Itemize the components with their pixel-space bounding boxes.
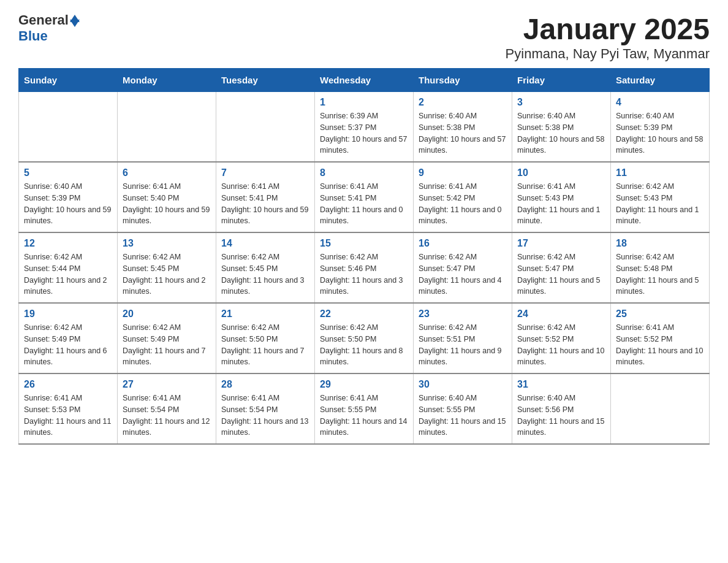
day-info: Sunrise: 6:40 AM Sunset: 5:38 PM Dayligh… <box>419 110 507 156</box>
calendar-day-header: Sunday <box>19 69 118 92</box>
day-info: Sunrise: 6:41 AM Sunset: 5:40 PM Dayligh… <box>123 181 211 227</box>
day-number: 26 <box>24 379 112 390</box>
calendar-day-header: Monday <box>118 69 216 92</box>
day-info: Sunrise: 6:42 AM Sunset: 5:48 PM Dayligh… <box>616 251 704 297</box>
calendar-cell: 29Sunrise: 6:41 AM Sunset: 5:55 PM Dayli… <box>315 373 414 444</box>
calendar-cell: 5Sunrise: 6:40 AM Sunset: 5:39 PM Daylig… <box>19 162 118 232</box>
calendar-cell: 28Sunrise: 6:41 AM Sunset: 5:54 PM Dayli… <box>216 373 315 444</box>
calendar-cell: 8Sunrise: 6:41 AM Sunset: 5:41 PM Daylig… <box>315 162 414 232</box>
day-number: 18 <box>616 238 704 249</box>
day-info: Sunrise: 6:42 AM Sunset: 5:43 PM Dayligh… <box>616 181 704 227</box>
day-info: Sunrise: 6:42 AM Sunset: 5:45 PM Dayligh… <box>123 251 211 297</box>
calendar-cell: 6Sunrise: 6:41 AM Sunset: 5:40 PM Daylig… <box>118 162 216 232</box>
calendar-cell <box>611 373 710 444</box>
day-info: Sunrise: 6:41 AM Sunset: 5:52 PM Dayligh… <box>616 322 704 368</box>
day-number: 13 <box>123 238 211 249</box>
day-info: Sunrise: 6:42 AM Sunset: 5:46 PM Dayligh… <box>320 251 408 297</box>
calendar-cell: 17Sunrise: 6:42 AM Sunset: 5:47 PM Dayli… <box>512 232 611 303</box>
day-info: Sunrise: 6:42 AM Sunset: 5:50 PM Dayligh… <box>221 322 309 368</box>
day-info: Sunrise: 6:42 AM Sunset: 5:51 PM Dayligh… <box>419 322 507 368</box>
day-number: 17 <box>517 238 605 249</box>
calendar-cell: 13Sunrise: 6:42 AM Sunset: 5:45 PM Dayli… <box>118 232 216 303</box>
day-info: Sunrise: 6:42 AM Sunset: 5:45 PM Dayligh… <box>221 251 309 297</box>
calendar-week-row: 12Sunrise: 6:42 AM Sunset: 5:44 PM Dayli… <box>19 232 710 303</box>
calendar-cell: 21Sunrise: 6:42 AM Sunset: 5:50 PM Dayli… <box>216 303 315 373</box>
day-number: 7 <box>221 167 309 178</box>
day-number: 28 <box>221 379 309 390</box>
calendar-cell: 11Sunrise: 6:42 AM Sunset: 5:43 PM Dayli… <box>611 162 710 232</box>
day-number: 31 <box>517 379 605 390</box>
calendar-week-row: 19Sunrise: 6:42 AM Sunset: 5:49 PM Dayli… <box>19 303 710 373</box>
day-number: 25 <box>616 308 704 320</box>
calendar-cell: 31Sunrise: 6:40 AM Sunset: 5:56 PM Dayli… <box>512 373 611 444</box>
calendar-cell: 18Sunrise: 6:42 AM Sunset: 5:48 PM Dayli… <box>611 232 710 303</box>
day-info: Sunrise: 6:40 AM Sunset: 5:38 PM Dayligh… <box>517 110 605 156</box>
calendar-cell: 22Sunrise: 6:42 AM Sunset: 5:50 PM Dayli… <box>315 303 414 373</box>
day-number: 8 <box>320 167 408 178</box>
day-number: 10 <box>517 167 605 178</box>
day-number: 22 <box>320 308 408 320</box>
day-number: 21 <box>221 308 309 320</box>
day-info: Sunrise: 6:41 AM Sunset: 5:41 PM Dayligh… <box>221 181 309 227</box>
logo: General Blue <box>18 12 80 44</box>
calendar-cell: 1Sunrise: 6:39 AM Sunset: 5:37 PM Daylig… <box>315 92 414 163</box>
day-number: 23 <box>419 308 507 320</box>
day-number: 29 <box>320 379 408 390</box>
calendar-cell <box>19 92 118 163</box>
calendar-cell: 25Sunrise: 6:41 AM Sunset: 5:52 PM Dayli… <box>611 303 710 373</box>
day-info: Sunrise: 6:42 AM Sunset: 5:50 PM Dayligh… <box>320 322 408 368</box>
calendar-cell: 2Sunrise: 6:40 AM Sunset: 5:38 PM Daylig… <box>414 92 512 163</box>
day-info: Sunrise: 6:41 AM Sunset: 5:41 PM Dayligh… <box>320 181 408 227</box>
day-number: 15 <box>320 238 408 249</box>
day-info: Sunrise: 6:40 AM Sunset: 5:56 PM Dayligh… <box>517 393 605 439</box>
day-number: 4 <box>616 97 704 108</box>
day-number: 11 <box>616 167 704 178</box>
calendar-cell: 16Sunrise: 6:42 AM Sunset: 5:47 PM Dayli… <box>414 232 512 303</box>
calendar-cell: 23Sunrise: 6:42 AM Sunset: 5:51 PM Dayli… <box>414 303 512 373</box>
calendar-cell: 10Sunrise: 6:41 AM Sunset: 5:43 PM Dayli… <box>512 162 611 232</box>
day-info: Sunrise: 6:40 AM Sunset: 5:39 PM Dayligh… <box>616 110 704 156</box>
logo-blue-text: Blue <box>18 28 48 44</box>
day-number: 20 <box>123 308 211 320</box>
day-number: 14 <box>221 238 309 249</box>
day-number: 30 <box>419 379 507 390</box>
day-info: Sunrise: 6:40 AM Sunset: 5:39 PM Dayligh… <box>24 181 112 227</box>
calendar-cell: 12Sunrise: 6:42 AM Sunset: 5:44 PM Dayli… <box>19 232 118 303</box>
calendar-day-header: Wednesday <box>315 69 414 92</box>
page-subtitle: Pyinmana, Nay Pyi Taw, Myanmar <box>506 46 710 62</box>
day-number: 3 <box>517 97 605 108</box>
calendar-cell: 4Sunrise: 6:40 AM Sunset: 5:39 PM Daylig… <box>611 92 710 163</box>
calendar-cell <box>216 92 315 163</box>
calendar-week-row: 5Sunrise: 6:40 AM Sunset: 5:39 PM Daylig… <box>19 162 710 232</box>
day-number: 19 <box>24 308 112 320</box>
calendar-day-header: Tuesday <box>216 69 315 92</box>
calendar-cell: 7Sunrise: 6:41 AM Sunset: 5:41 PM Daylig… <box>216 162 315 232</box>
calendar-cell: 27Sunrise: 6:41 AM Sunset: 5:54 PM Dayli… <box>118 373 216 444</box>
calendar-cell: 30Sunrise: 6:40 AM Sunset: 5:55 PM Dayli… <box>414 373 512 444</box>
calendar-cell: 14Sunrise: 6:42 AM Sunset: 5:45 PM Dayli… <box>216 232 315 303</box>
day-info: Sunrise: 6:42 AM Sunset: 5:52 PM Dayligh… <box>517 322 605 368</box>
calendar-day-header: Saturday <box>611 69 710 92</box>
calendar-week-row: 26Sunrise: 6:41 AM Sunset: 5:53 PM Dayli… <box>19 373 710 444</box>
logo-general-text: General <box>18 12 69 28</box>
day-info: Sunrise: 6:41 AM Sunset: 5:55 PM Dayligh… <box>320 393 408 439</box>
calendar-cell: 20Sunrise: 6:42 AM Sunset: 5:49 PM Dayli… <box>118 303 216 373</box>
day-info: Sunrise: 6:40 AM Sunset: 5:55 PM Dayligh… <box>419 393 507 439</box>
page-title: January 2025 <box>506 12 710 46</box>
title-block: January 2025 Pyinmana, Nay Pyi Taw, Myan… <box>506 12 710 62</box>
page-header: General Blue January 2025 Pyinmana, Nay … <box>18 12 710 62</box>
day-info: Sunrise: 6:39 AM Sunset: 5:37 PM Dayligh… <box>320 110 408 156</box>
calendar-cell: 24Sunrise: 6:42 AM Sunset: 5:52 PM Dayli… <box>512 303 611 373</box>
day-number: 6 <box>123 167 211 178</box>
day-info: Sunrise: 6:42 AM Sunset: 5:44 PM Dayligh… <box>24 251 112 297</box>
calendar-cell <box>118 92 216 163</box>
day-number: 1 <box>320 97 408 108</box>
day-info: Sunrise: 6:42 AM Sunset: 5:49 PM Dayligh… <box>24 322 112 368</box>
calendar-cell: 15Sunrise: 6:42 AM Sunset: 5:46 PM Dayli… <box>315 232 414 303</box>
day-number: 24 <box>517 308 605 320</box>
day-info: Sunrise: 6:42 AM Sunset: 5:47 PM Dayligh… <box>419 251 507 297</box>
day-number: 9 <box>419 167 507 178</box>
day-number: 16 <box>419 238 507 249</box>
calendar-day-header: Thursday <box>414 69 512 92</box>
day-info: Sunrise: 6:41 AM Sunset: 5:42 PM Dayligh… <box>419 181 507 227</box>
